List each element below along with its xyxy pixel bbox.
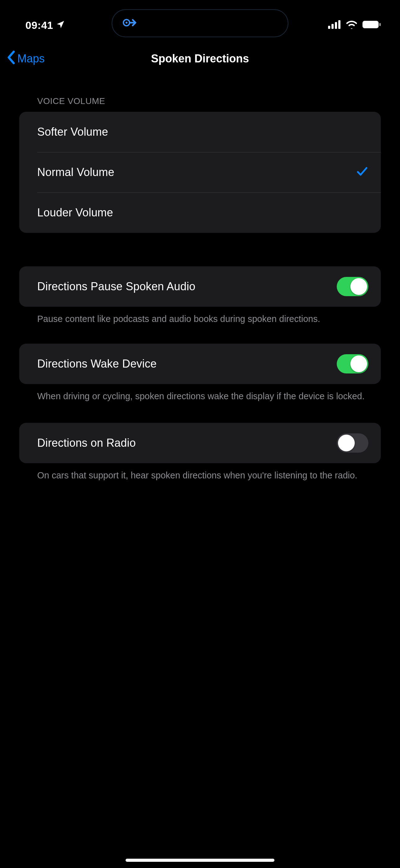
location-services-icon [56,19,65,31]
svg-point-7 [126,22,128,24]
softer-volume-row[interactable]: Softer Volume [19,112,381,152]
home-indicator[interactable] [126,859,274,862]
louder-volume-label: Louder Volume [37,206,113,219]
pause-spoken-audio-toggle[interactable] [337,277,368,296]
back-label: Maps [18,52,45,65]
status-time: 09:41 [26,19,53,31]
svg-rect-4 [363,21,378,28]
directions-on-radio-label: Directions on Radio [37,436,136,450]
pause-spoken-audio-row: Directions Pause Spoken Audio [19,266,381,307]
normal-volume-label: Normal Volume [37,166,114,179]
wake-device-label: Directions Wake Device [37,357,157,370]
svg-rect-0 [328,26,330,29]
navigation-bar: Maps Spoken Directions [0,41,400,76]
wake-device-footer: When driving or cycling, spoken directio… [19,384,381,402]
svg-rect-2 [335,22,337,29]
directions-on-radio-row: Directions on Radio [19,423,381,463]
battery-icon [362,20,381,30]
wake-device-group: Directions Wake Device [19,344,381,384]
wake-device-row: Directions Wake Device [19,344,381,384]
status-left: 09:41 [26,19,65,31]
voice-volume-header: Voice Volume [19,96,381,106]
checkmark-icon [356,165,368,179]
pause-spoken-audio-footer: Pause content like podcasts and audio bo… [19,307,381,325]
directions-on-radio-toggle[interactable] [337,433,368,453]
pause-spoken-audio-group: Directions Pause Spoken Audio [19,266,381,307]
voice-volume-group: Softer Volume Normal Volume Louder Volum… [19,112,381,233]
screen-mirroring-icon [122,15,136,31]
back-button[interactable]: Maps [6,50,45,67]
wake-device-toggle[interactable] [337,354,368,373]
svg-rect-3 [338,20,340,29]
settings-content: Voice Volume Softer Volume Normal Volume… [0,76,400,482]
louder-volume-row[interactable]: Louder Volume [19,192,381,233]
directions-on-radio-group: Directions on Radio [19,423,381,463]
directions-on-radio-footer: On cars that support it, hear spoken dir… [19,463,381,482]
wifi-icon [345,20,358,30]
normal-volume-row[interactable]: Normal Volume [19,152,381,192]
chevron-left-icon [6,50,16,67]
softer-volume-label: Softer Volume [37,125,108,138]
page-title: Spoken Directions [151,52,249,65]
cellular-signal-icon [328,20,341,30]
pause-spoken-audio-label: Directions Pause Spoken Audio [37,280,195,293]
dynamic-island[interactable] [112,9,288,37]
status-right [328,20,381,30]
svg-rect-5 [379,23,381,26]
svg-rect-1 [331,24,334,29]
